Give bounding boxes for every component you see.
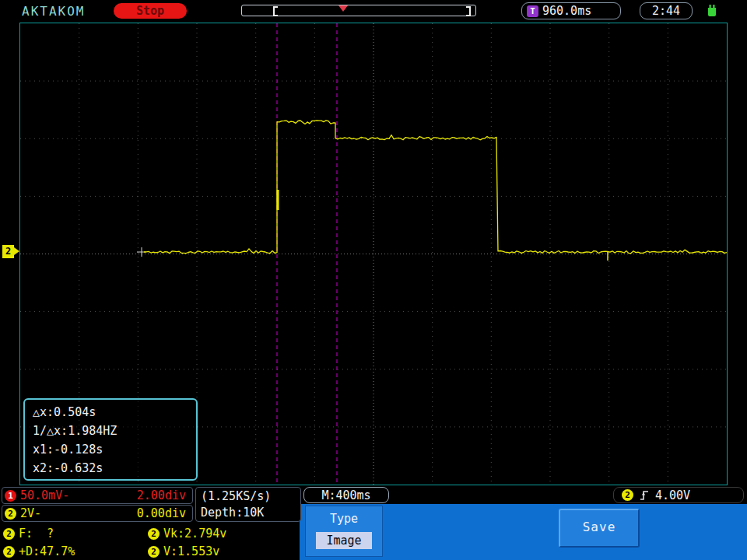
cursor-x2: x2:-0.632s xyxy=(33,459,188,478)
trigger-position-marker-icon xyxy=(338,5,348,12)
clock: 2:44 xyxy=(640,2,693,19)
ch2-ground-marker[interactable]: 2 xyxy=(2,245,14,258)
type-panel-title: Type xyxy=(306,512,382,526)
trigger-time-value: 960.0ms xyxy=(542,4,591,18)
save-button[interactable]: Save xyxy=(559,509,640,548)
top-status-bar: AKTAKOM Stop T 960.0ms 2:44 xyxy=(0,0,747,22)
meas-frequency-value: F: ? xyxy=(19,527,54,541)
memory-depth-label: Depth:10K xyxy=(201,505,296,521)
ch2-offset: 0.00div xyxy=(137,506,186,520)
meas-src-badge: 2 xyxy=(3,528,15,540)
cursor-measure-panel: △x:0.504s 1/△x:1.984HZ x1:-0.128s x2:-0.… xyxy=(23,398,198,481)
cursor-delta-x: △x:0.504s xyxy=(33,403,188,422)
bottom-status-panel: 1 50.0mV- 2.00div 2 2V- 0.00div (1.25KS/… xyxy=(0,486,747,560)
ch1-scale-row: 1 50.0mV- 2.00div xyxy=(2,487,193,504)
cursor-inverse-delta-x: 1/△x:1.984HZ xyxy=(33,422,188,440)
rising-edge-icon xyxy=(639,489,650,502)
meas-src-badge: 2 xyxy=(148,546,160,558)
record-position-bar[interactable] xyxy=(241,5,476,16)
trigger-level-badge: 2 4.00V xyxy=(613,487,744,503)
ch2-ground-marker-arrow-icon xyxy=(14,247,19,255)
window-left-bracket-icon xyxy=(273,6,278,16)
meas-voltage-value: V:1.553v xyxy=(163,544,219,558)
meas-vk: 2 Vk:2.794v xyxy=(148,527,226,541)
meas-src-badge: 2 xyxy=(3,546,15,558)
run-stop-button[interactable]: Stop xyxy=(114,3,187,19)
meas-duty: 2 +D:47.7% xyxy=(3,544,75,558)
trigger-t-icon: T xyxy=(527,5,538,17)
softkey-type-panel[interactable]: Type Image xyxy=(305,506,383,557)
ch2-number-badge: 2 xyxy=(5,508,16,520)
window-right-bracket-icon xyxy=(466,6,471,16)
ch1-number-badge: 1 xyxy=(5,490,16,502)
ch2-scale-row: 2 2V- 0.00div xyxy=(2,505,193,522)
usb-connected-icon xyxy=(705,3,719,18)
ch1-volts-per-div: 50.0mV- xyxy=(20,488,69,502)
trigger-time-badge: T 960.0ms xyxy=(521,2,621,19)
ch2-waveform-trace xyxy=(144,121,727,254)
ch1-offset: 2.00div xyxy=(137,488,186,502)
meas-vk-value: Vk:2.794v xyxy=(163,527,226,541)
timebase-badge: M:400ms xyxy=(303,487,389,503)
acquisition-info-box: (1.25KS/s) Depth:10K xyxy=(195,487,301,522)
type-panel-selected-value[interactable]: Image xyxy=(316,532,372,549)
meas-frequency: 2 F: ? xyxy=(3,527,54,541)
trigger-source-badge: 2 xyxy=(622,489,633,501)
sample-rate-label: (1.25KS/s) xyxy=(201,488,296,505)
meas-duty-value: +D:47.7% xyxy=(19,544,75,558)
brand-logo: AKTAKOM xyxy=(22,4,85,19)
ch2-volts-per-div: 2V- xyxy=(20,506,41,520)
trigger-level-value: 4.00V xyxy=(655,488,690,502)
meas-src-badge: 2 xyxy=(148,528,160,540)
meas-voltage: 2 V:1.553v xyxy=(148,544,219,558)
cursor-x1: x1:-0.128s xyxy=(33,440,188,459)
